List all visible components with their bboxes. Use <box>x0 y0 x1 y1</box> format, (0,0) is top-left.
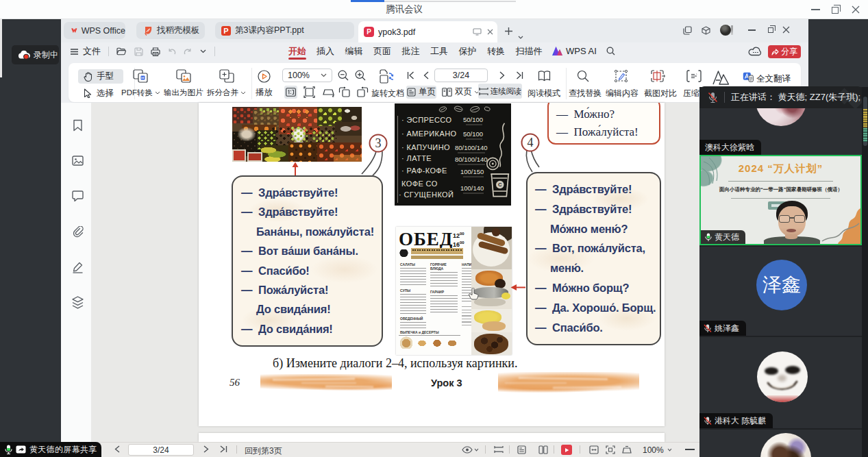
svg-text:4: 4 <box>528 136 534 149</box>
svg-text:C: C <box>498 182 502 188</box>
svg-text:3: 3 <box>375 136 382 150</box>
